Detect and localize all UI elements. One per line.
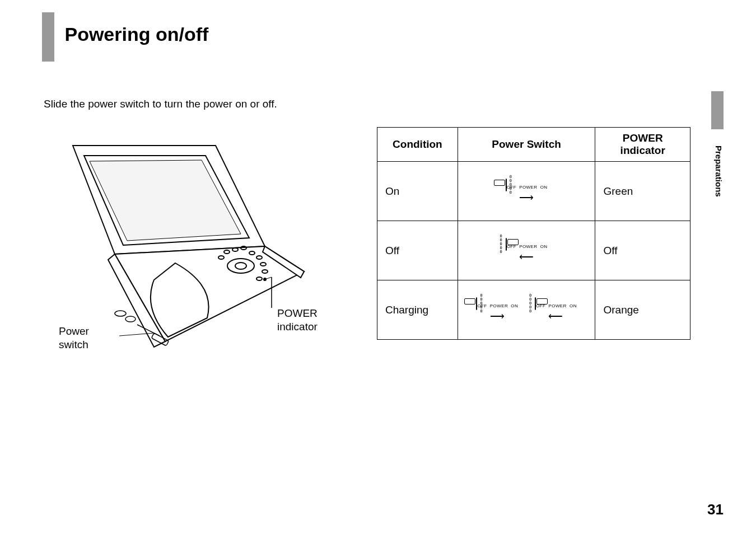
callout-power-indicator: POWER indicator (277, 307, 318, 334)
callout-power-switch: Power switch (59, 325, 89, 352)
svg-point-18 (115, 311, 126, 316)
th-power-indicator: POWER indicator (595, 128, 690, 162)
cell-condition: On (377, 162, 458, 221)
th-power-switch: Power Switch (458, 128, 595, 162)
cell-power-switch: 0 0 0 0 0 OFF POWER ON ⟶ 0 0 0 0 0 OFF P… (458, 280, 595, 340)
section-heading-block: Powering on/off (42, 12, 208, 62)
cell-power-switch: 0 0 0 0 0 OFF POWER ON ⟵ (458, 221, 595, 280)
svg-point-25 (264, 278, 266, 280)
device-illustration: Power switch POWER indicator (42, 140, 344, 358)
cell-indicator: Off (595, 221, 690, 280)
cell-condition: Off (377, 221, 458, 280)
side-tab (711, 91, 724, 129)
table-body: On 0 0 0 0 0 OFF POWER ON ⟶ Green Off 0 … (377, 162, 690, 340)
section-heading: Powering on/off (64, 24, 208, 45)
side-section-label: Preparations (714, 146, 724, 197)
svg-point-19 (125, 316, 136, 322)
cell-power-switch: 0 0 0 0 0 OFF POWER ON ⟶ (458, 162, 595, 221)
intro-text: Slide the power switch to turn the power… (44, 98, 277, 110)
cell-indicator: Green (595, 162, 690, 221)
table-row: Off 0 0 0 0 0 OFF POWER ON ⟵ Off (377, 221, 690, 280)
table-row: Charging 0 0 0 0 0 OFF POWER ON ⟶ 0 0 0 … (377, 280, 690, 340)
heading-accent-bar (42, 12, 54, 62)
cell-indicator: Orange (595, 280, 690, 340)
table-row: On 0 0 0 0 0 OFF POWER ON ⟶ Green (377, 162, 690, 221)
th-condition: Condition (377, 128, 458, 162)
power-state-table: Condition Power Switch POWER indicator O… (377, 127, 690, 340)
cell-condition: Charging (377, 280, 458, 340)
page-number: 31 (707, 501, 724, 518)
